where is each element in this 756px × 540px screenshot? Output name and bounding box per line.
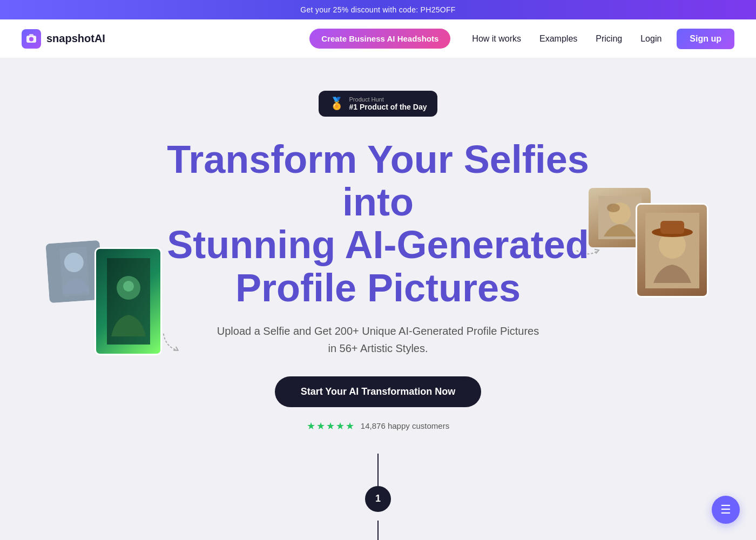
hero-cta-button[interactable]: Start Your AI Transformation Now: [275, 376, 482, 407]
hero-subtitle: Upload a Selfie and Get 200+ Unique AI-G…: [216, 322, 540, 357]
promo-banner: Get your 25% discount with code: PH25OFF: [0, 0, 756, 19]
nav-create-headshots-button[interactable]: Create Business AI Headshots: [309, 29, 450, 49]
hero-section: 🏅 Product Hunt #1 Product of the Day Tra…: [0, 58, 756, 454]
logo-text: snapshotAI: [46, 32, 105, 45]
step-line-bottom: [377, 521, 379, 540]
svg-point-1: [29, 37, 33, 41]
promo-text: Get your 25% discount with code: PH25OFF: [300, 5, 455, 14]
hero-title-line2: Stunning AI-Generated: [167, 223, 589, 266]
step-connector-line: [377, 454, 379, 486]
reviews-count: 14,876 happy customers: [361, 421, 449, 430]
woman-hat-placeholder: [637, 205, 707, 296]
logo-icon: [22, 29, 41, 49]
chat-widget-button[interactable]: ☰: [712, 496, 740, 524]
chat-icon: ☰: [720, 503, 731, 517]
nav-login-link[interactable]: Login: [633, 30, 669, 48]
svg-rect-2: [29, 34, 33, 36]
hero-reviews: ★★★★★ 14,876 happy customers: [22, 420, 734, 432]
nav-signup-button[interactable]: Sign up: [677, 29, 734, 49]
svg-point-7: [123, 281, 134, 292]
hero-title-line1: Transform Your Selfies into: [167, 138, 589, 224]
step-1-indicator: 1: [365, 486, 391, 512]
nav-pricing-link[interactable]: Pricing: [588, 30, 630, 48]
hero-image-woman-hat: [636, 203, 708, 298]
medal-icon: 🏅: [329, 97, 344, 111]
hero-title: Transform Your Selfies into Stunning AI-…: [135, 138, 621, 309]
nav-how-it-works-link[interactable]: How it works: [464, 30, 529, 48]
badge-text: Product Hunt #1 Product of the Day: [349, 96, 427, 111]
logo-link[interactable]: snapshotAI: [22, 29, 105, 49]
nav-links: Create Business AI Headshots How it work…: [309, 29, 734, 49]
navbar: snapshotAI Create Business AI Headshots …: [0, 19, 756, 58]
badge-platform: Product Hunt: [349, 96, 427, 103]
badge-title: #1 Product of the Day: [349, 103, 427, 111]
nav-examples-link[interactable]: Examples: [532, 30, 585, 48]
steps-section: 1 Upload your photos: [0, 454, 756, 540]
svg-rect-14: [660, 221, 684, 234]
hero-title-line3: Profile Pictures: [235, 266, 521, 309]
svg-rect-4: [59, 246, 90, 296]
stars-icon: ★★★★★: [307, 420, 355, 432]
product-hunt-badge: 🏅 Product Hunt #1 Product of the Day: [319, 91, 438, 117]
